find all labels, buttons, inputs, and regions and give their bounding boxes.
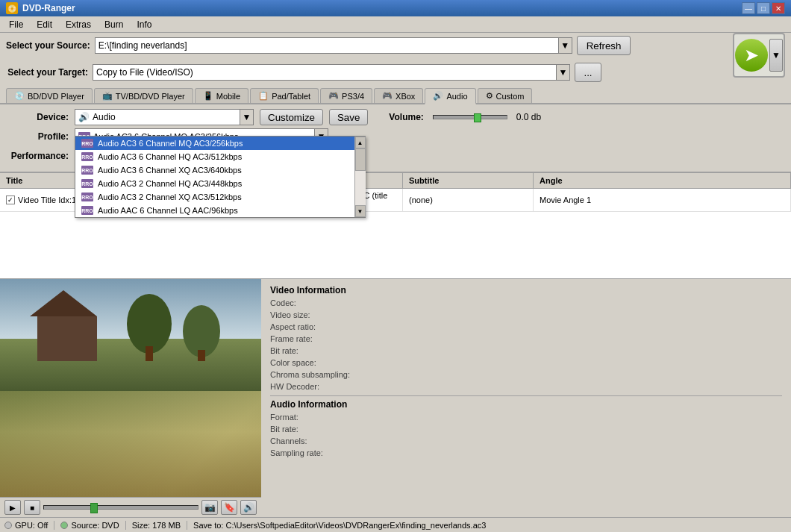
svg-rect-2 xyxy=(37,316,97,361)
profile-option-1[interactable]: RRO Audio AC3 6 Channel HQ AC3/512kbps xyxy=(75,150,365,163)
tab-tv[interactable]: 📺 TV/BD/DVD Player xyxy=(94,88,193,103)
save-path-label: Save to: C:\Users\SoftpediaEditor\Videos… xyxy=(193,521,486,530)
device-row: Device: 🔊 Audio ▼ Customize Save Volume:… xyxy=(9,109,782,125)
source-dropdown-arrow[interactable]: ▼ xyxy=(558,38,572,53)
option-icon-3: RRO xyxy=(81,179,93,188)
title-bar-controls[interactable]: — □ ✕ xyxy=(742,2,785,14)
svg-point-6 xyxy=(183,305,220,357)
profile-option-0[interactable]: RRO Audio AC3 6 Channel MQ AC3/256kbps xyxy=(75,137,365,150)
codec-row: Codec: xyxy=(270,297,782,309)
save-path-status: Save to: C:\Users\SoftpediaEditor\Videos… xyxy=(193,521,492,530)
colorspace-row: Color space: xyxy=(270,357,782,369)
app-icon: 📀 xyxy=(6,2,18,14)
tab-bd-dvd[interactable]: 💿 BD/DVD Player xyxy=(6,88,93,103)
menu-file[interactable]: File xyxy=(3,18,29,31)
customize-button[interactable]: Customize xyxy=(260,109,323,125)
target-row: Select your Target: Copy to File (Video/… xyxy=(0,60,791,85)
row-subtitle-cell: (none) xyxy=(403,189,534,211)
video-controls: ▶ ■ 📷 🔖 🔊 xyxy=(0,497,261,517)
minimize-button[interactable]: — xyxy=(742,2,755,14)
device-label: Device: xyxy=(9,112,69,122)
seek-thumb[interactable] xyxy=(90,503,98,513)
target-dropdown-arrow[interactable]: ▼ xyxy=(556,65,569,80)
tab-pad[interactable]: 📋 Pad/Tablet xyxy=(250,88,319,103)
chroma-label: Chroma subsampling: xyxy=(270,370,350,379)
volume-slider[interactable] xyxy=(433,115,507,119)
volume-thumb[interactable] xyxy=(474,113,481,122)
sampling-label: Sampling rate: xyxy=(270,448,323,457)
row-checkbox[interactable]: ✓ xyxy=(6,195,15,204)
profile-option-5[interactable]: RRO Audio AAC 6 Channel LQ AAC/96kbps xyxy=(75,204,365,217)
mobile-icon: 📱 xyxy=(203,91,213,101)
tab-audio[interactable]: 🔊 Audio xyxy=(425,88,475,104)
source-status: Source: DVD xyxy=(60,521,125,530)
tabs-bar: 💿 BD/DVD Player 📺 TV/BD/DVD Player 📱 Mob… xyxy=(0,85,791,104)
video-size-row: Video size: xyxy=(270,309,782,321)
tv-icon: 📺 xyxy=(102,91,113,101)
title-bar-left: 📀 DVD-Ranger xyxy=(6,2,75,14)
codec-label: Codec: xyxy=(270,298,296,307)
size-label: Size: 178 MB xyxy=(132,521,181,530)
menu-extras[interactable]: Extras xyxy=(60,18,97,31)
tab-mobile[interactable]: 📱 Mobile xyxy=(195,88,248,103)
size-status: Size: 178 MB xyxy=(132,521,187,530)
maximize-button[interactable]: □ xyxy=(757,2,770,14)
audio-bitrate-row: Bit rate: xyxy=(270,423,782,435)
device-combo[interactable]: 🔊 Audio ▼ xyxy=(75,109,254,125)
video-info-title: Video Information xyxy=(270,285,782,295)
profile-option-2[interactable]: RRO Audio AC3 6 Channel XQ AC3/640kbps xyxy=(75,163,365,177)
seek-bar[interactable] xyxy=(43,505,198,510)
scroll-down-button[interactable]: ▼ xyxy=(355,205,366,217)
dropdown-scrollbar[interactable]: ▲ ▼ xyxy=(354,137,365,217)
source-indicator xyxy=(60,522,68,529)
target-combo[interactable]: Copy to File (Video/ISO) ▼ xyxy=(93,64,570,81)
tab-ps3[interactable]: 🎮 PS3/4 xyxy=(320,88,372,103)
source-combo[interactable]: E:\[finding neverlands] ▼ xyxy=(95,37,572,54)
stop-button[interactable]: ■ xyxy=(24,500,40,515)
bitrate-label: Bit rate: xyxy=(270,346,298,355)
volume-button[interactable]: 🔊 xyxy=(240,500,257,515)
menu-burn[interactable]: Burn xyxy=(99,18,129,31)
tab-xbox[interactable]: 🎮 XBox xyxy=(374,88,423,103)
option-icon-2: RRO xyxy=(81,166,93,175)
menu-bar: File Edit Extras Burn Info xyxy=(0,16,791,33)
video-thumbnail xyxy=(0,279,261,497)
bd-dvd-icon: 💿 xyxy=(14,91,25,101)
svg-rect-5 xyxy=(146,346,153,361)
tab-custom[interactable]: ⚙ Custom xyxy=(478,88,533,103)
profile-dropdown-overlay[interactable]: RRO Audio AC3 6 Channel MQ AC3/256kbps R… xyxy=(75,136,366,218)
menu-edit[interactable]: Edit xyxy=(31,18,58,31)
source-value: E:\[finding neverlands] xyxy=(99,40,187,51)
option-icon-1: RRO xyxy=(81,152,93,161)
save-button[interactable]: Save xyxy=(329,109,368,125)
audio-format-label: Format: xyxy=(270,413,298,422)
scroll-up-button[interactable]: ▲ xyxy=(355,137,366,148)
main-area: Select your Source: E:\[finding neverlan… xyxy=(0,33,791,532)
close-button[interactable]: ✕ xyxy=(772,2,785,14)
option-icon-5: RRO xyxy=(81,206,93,215)
bitrate-row: Bit rate: xyxy=(270,345,782,357)
device-dropdown-arrow[interactable]: ▼ xyxy=(240,110,253,125)
target-browse-button[interactable]: ... xyxy=(575,63,601,82)
audio-icon: 🔊 xyxy=(433,91,443,101)
status-bar: GPU: Off Source: DVD Size: 178 MB Save t… xyxy=(0,517,791,532)
refresh-button[interactable]: Refresh xyxy=(577,36,631,55)
menu-info[interactable]: Info xyxy=(131,18,157,31)
scroll-thumb[interactable] xyxy=(355,148,366,171)
performance-label: Performance: xyxy=(9,151,69,161)
source-label: Source: DVD xyxy=(71,521,119,530)
play-button[interactable]: ▶ xyxy=(4,500,21,515)
go-dropdown-button[interactable]: ▼ xyxy=(769,39,783,72)
bookmark-button[interactable]: 🔖 xyxy=(221,500,237,515)
go-panel: ➤ ▼ xyxy=(733,33,785,78)
audio-info-title: Audio Information xyxy=(270,399,782,410)
app-title: DVD-Ranger xyxy=(22,3,75,13)
col-subtitle: Subtitle xyxy=(403,173,534,188)
channels-label: Channels: xyxy=(270,436,307,445)
channels-row: Channels: xyxy=(270,435,782,447)
profile-option-4[interactable]: RRO Audio AC3 2 Channel XQ AC3/512kbps xyxy=(75,190,365,204)
snapshot-button[interactable]: 📷 xyxy=(201,500,218,515)
gpu-indicator xyxy=(4,522,12,529)
profile-option-3[interactable]: RRO Audio AC3 2 Channel HQ AC3/448kbps xyxy=(75,177,365,190)
go-button[interactable]: ➤ xyxy=(735,39,768,72)
